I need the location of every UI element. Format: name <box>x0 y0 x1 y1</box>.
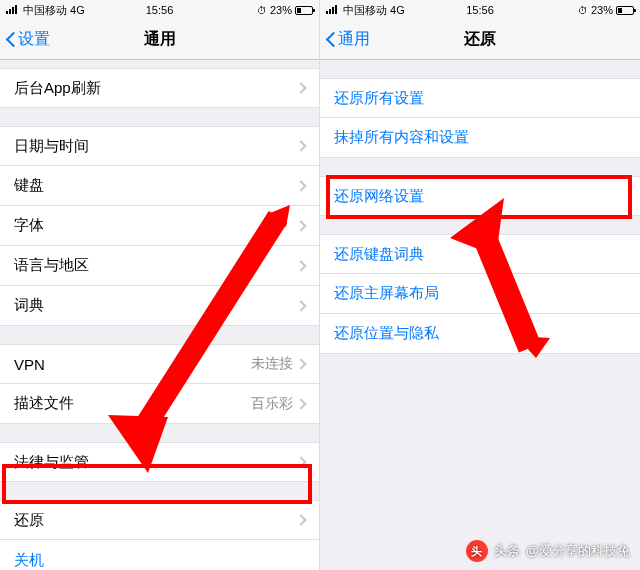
row-legal[interactable]: 法律与监管 <box>0 442 319 482</box>
back-button[interactable]: 通用 <box>320 29 370 50</box>
chevron-right-icon <box>295 82 306 93</box>
watermark-logo-icon: 头 <box>466 540 488 562</box>
chevron-right-icon <box>295 300 306 311</box>
status-right: ⏱ 23% <box>578 4 634 16</box>
signal-icon <box>6 5 17 14</box>
chevron-left-icon <box>4 30 16 50</box>
back-label: 设置 <box>18 29 50 50</box>
row-erase-all[interactable]: 抹掉所有内容和设置 <box>320 118 640 158</box>
status-battery: 23% <box>270 4 292 16</box>
status-time: 15:56 <box>466 4 494 16</box>
status-carrier: 中国移动 4G <box>6 3 85 18</box>
chevron-right-icon <box>295 220 306 231</box>
chevron-right-icon <box>295 260 306 271</box>
watermark: 头 头条 @爱分享的科技兔 <box>466 540 630 562</box>
row-date-time[interactable]: 日期与时间 <box>0 126 319 166</box>
chevron-right-icon <box>295 140 306 151</box>
row-reset-home-layout[interactable]: 还原主屏幕布局 <box>320 274 640 314</box>
watermark-prefix: 头条 <box>494 542 520 560</box>
alarm-icon: ⏱ <box>257 5 267 16</box>
page-title: 通用 <box>144 29 176 50</box>
row-reset-keyboard-dict[interactable]: 还原键盘词典 <box>320 234 640 274</box>
row-keyboard[interactable]: 键盘 <box>0 166 319 206</box>
chevron-right-icon <box>295 514 306 525</box>
row-fonts[interactable]: 字体 <box>0 206 319 246</box>
row-reset[interactable]: 还原 <box>0 500 319 540</box>
row-dictionary[interactable]: 词典 <box>0 286 319 326</box>
row-background-app-refresh[interactable]: 后台App刷新 <box>0 68 319 108</box>
nav-bar: 设置 通用 <box>0 20 319 60</box>
right-screenshot: 中国移动 4G 15:56 ⏱ 23% 通用 还原 还原所有设置 抹 <box>320 0 640 570</box>
row-profiles[interactable]: 描述文件 百乐彩 <box>0 384 319 424</box>
back-button[interactable]: 设置 <box>0 29 50 50</box>
chevron-right-icon <box>295 456 306 467</box>
alarm-icon: ⏱ <box>578 5 588 16</box>
vpn-value: 未连接 <box>251 355 293 373</box>
row-reset-network[interactable]: 还原网络设置 <box>320 176 640 216</box>
row-language-region[interactable]: 语言与地区 <box>0 246 319 286</box>
page-title: 还原 <box>464 29 496 50</box>
chevron-right-icon <box>295 398 306 409</box>
status-bar: 中国移动 4G 15:56 ⏱ 23% <box>0 0 319 20</box>
row-reset-location-privacy[interactable]: 还原位置与隐私 <box>320 314 640 354</box>
chevron-right-icon <box>295 180 306 191</box>
row-shutdown[interactable]: 关机 <box>0 540 319 570</box>
watermark-handle: @爱分享的科技兔 <box>526 542 630 560</box>
profiles-value: 百乐彩 <box>251 395 293 413</box>
row-vpn[interactable]: VPN 未连接 <box>0 344 319 384</box>
chevron-right-icon <box>295 358 306 369</box>
status-right: ⏱ 23% <box>257 4 313 16</box>
status-battery: 23% <box>591 4 613 16</box>
back-label: 通用 <box>338 29 370 50</box>
nav-bar: 通用 还原 <box>320 20 640 60</box>
status-bar: 中国移动 4G 15:56 ⏱ 23% <box>320 0 640 20</box>
left-screenshot: 中国移动 4G 15:56 ⏱ 23% 设置 通用 后台App刷新 <box>0 0 320 570</box>
battery-icon <box>616 6 634 15</box>
signal-icon <box>326 5 337 14</box>
row-reset-all-settings[interactable]: 还原所有设置 <box>320 78 640 118</box>
chevron-left-icon <box>324 30 336 50</box>
status-carrier: 中国移动 4G <box>326 3 405 18</box>
battery-icon <box>295 6 313 15</box>
status-time: 15:56 <box>146 4 174 16</box>
reset-list: 还原所有设置 抹掉所有内容和设置 还原网络设置 还原键盘词典 还原主屏幕布局 <box>320 60 640 354</box>
settings-list: 后台App刷新 日期与时间 键盘 字体 语言与地区 <box>0 60 319 570</box>
